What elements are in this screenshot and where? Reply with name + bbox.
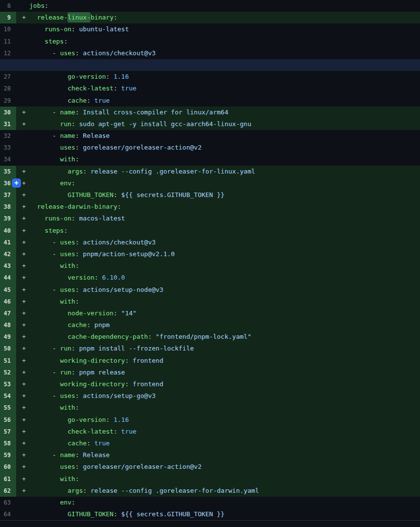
diff-marker: + <box>16 284 29 296</box>
line-number[interactable]: 62 <box>0 485 16 497</box>
line-number[interactable]: 45 <box>0 284 16 296</box>
line-number[interactable]: 33 <box>0 142 16 154</box>
line-number[interactable]: 28 <box>0 83 16 94</box>
code-token-str: ubuntu-latest <box>79 25 129 33</box>
line-number[interactable]: 40 <box>0 225 16 237</box>
line-number[interactable]: 55 <box>0 402 16 414</box>
line-number[interactable]: 51 <box>0 355 16 367</box>
code-token-pln: : <box>75 144 83 151</box>
diff-marker: + <box>16 343 29 354</box>
code-line: GITHUB_TOKEN: ${{ secrets.GITHUB_TOKEN }… <box>29 508 420 520</box>
diff-row: 55+ with: <box>0 402 420 414</box>
line-number[interactable]: 37 <box>0 189 16 201</box>
line-number[interactable]: 46 <box>0 296 16 307</box>
code-line: GITHUB_TOKEN: ${{ secrets.GITHUB_TOKEN }… <box>29 189 420 201</box>
line-number[interactable]: 63 <box>0 497 16 508</box>
line-number[interactable]: 64 <box>0 508 16 520</box>
line-number[interactable]: 50 <box>0 343 16 354</box>
code-token-pln <box>29 439 67 447</box>
line-number[interactable]: 29 <box>0 95 16 107</box>
code-token-pln: : <box>75 132 83 139</box>
diff-bottom-border <box>0 520 420 527</box>
code-token-pln: : <box>64 38 67 45</box>
code-token-pln <box>29 262 60 269</box>
code-token-pln <box>29 274 67 281</box>
add-line-comment-button[interactable]: + <box>12 178 21 188</box>
diff-row: 58+ cache: true <box>0 438 420 449</box>
code-token-key: GITHUB_TOKEN <box>67 510 113 518</box>
code-token-str: pnpm release <box>79 369 125 376</box>
code-token-pln: : <box>71 345 79 352</box>
code-line: uses: goreleaser/goreleaser-action@v2 <box>29 461 420 473</box>
line-number[interactable]: 44 <box>0 272 16 284</box>
line-number[interactable]: 30 <box>0 107 16 118</box>
code-token-key: release-darwin-binary <box>37 203 117 210</box>
diff-row: 56+ go-version: 1.16 <box>0 414 420 426</box>
line-number[interactable]: 8 <box>0 0 16 12</box>
line-number[interactable]: 10 <box>0 23 16 35</box>
code-token-pln: - <box>29 132 60 139</box>
line-number[interactable]: 12 <box>0 47 16 59</box>
diff-row: 28 check-latest: true <box>0 83 420 94</box>
line-number[interactable]: 53 <box>0 378 16 390</box>
diff-marker <box>16 95 29 107</box>
line-number[interactable]: 52 <box>0 367 16 378</box>
code-token-num: true <box>121 85 136 92</box>
line-number[interactable]: 49 <box>0 331 16 343</box>
code-token-pln: : <box>113 85 121 92</box>
line-number[interactable]: 34 <box>0 154 16 165</box>
code-token-pln: - <box>29 250 60 258</box>
code-token-str: goreleaser/goreleaser-action@v2 <box>83 144 202 151</box>
line-number[interactable]: 61 <box>0 473 16 485</box>
code-token-key: uses <box>60 463 75 470</box>
diff-marker <box>16 130 29 142</box>
line-number[interactable]: 56 <box>0 414 16 426</box>
line-number[interactable]: 54 <box>0 390 16 402</box>
code-token-pln <box>29 203 37 210</box>
line-number[interactable]: 47 <box>0 307 16 319</box>
line-number[interactable]: 60 <box>0 461 16 473</box>
diff-marker: + <box>16 107 29 118</box>
code-token-pln: : <box>113 191 121 198</box>
code-line: cache: pnpm <box>29 319 420 331</box>
line-number[interactable]: 38 <box>0 201 16 213</box>
code-token-key: env <box>60 179 71 187</box>
line-number[interactable]: 35 <box>0 166 16 177</box>
line-number[interactable]: 9 <box>0 12 16 23</box>
diff-row: 62+ args: release --config .goreleaser-f… <box>0 485 420 497</box>
line-number[interactable]: 42 <box>0 248 16 260</box>
line-number[interactable]: 59 <box>0 449 16 461</box>
code-token-pln: : <box>106 416 114 423</box>
code-token-key: run <box>60 345 71 352</box>
line-number[interactable]: 57 <box>0 426 16 438</box>
code-token-key: GITHUB_TOKEN <box>67 191 113 198</box>
expand-hunk-row[interactable] <box>0 59 420 71</box>
code-token-str: actions/setup-node@v3 <box>83 286 163 293</box>
diff-marker: + <box>16 166 29 177</box>
code-token-pln: : <box>75 404 79 411</box>
line-number[interactable]: 43 <box>0 260 16 272</box>
line-number[interactable]: 27 <box>0 71 16 83</box>
code-token-str: actions/checkout@v3 <box>83 49 156 57</box>
diff-marker: + <box>16 449 29 461</box>
code-token-pln <box>29 463 60 470</box>
code-token-key: uses <box>60 392 75 399</box>
line-number[interactable]: 11 <box>0 36 16 47</box>
diff-row: 34 with: <box>0 154 420 165</box>
diff-marker <box>16 154 29 165</box>
diff-row: 32 - name: Release <box>0 130 420 142</box>
line-number[interactable]: 32 <box>0 130 16 142</box>
code-token-key: node-version <box>67 309 113 317</box>
code-token-pln: : <box>94 274 102 281</box>
code-token-str: "14" <box>121 309 136 317</box>
code-line: steps: <box>29 225 420 237</box>
line-number[interactable]: 58 <box>0 438 16 449</box>
line-number[interactable]: 41 <box>0 237 16 248</box>
line-number[interactable]: 48 <box>0 319 16 331</box>
line-number[interactable]: 31 <box>0 118 16 130</box>
line-number[interactable]: 39 <box>0 213 16 224</box>
code-token-key: check-latest <box>67 428 113 435</box>
code-line: go-version: 1.16 <box>29 71 420 83</box>
code-line: cache: true <box>29 95 420 107</box>
code-token-pln <box>29 499 60 506</box>
